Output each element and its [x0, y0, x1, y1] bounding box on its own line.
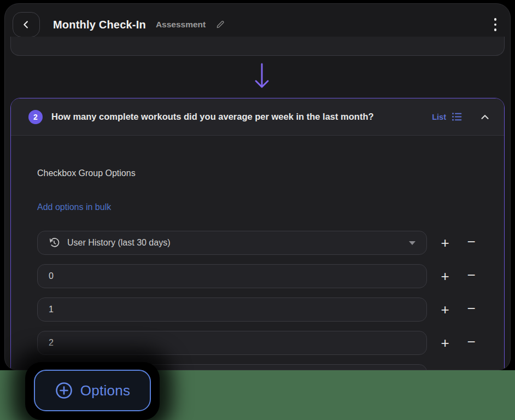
caret-down-icon	[409, 241, 415, 245]
question-number-badge: 2	[28, 110, 43, 124]
add-options-bulk-link[interactable]: Add options in bulk	[37, 202, 111, 212]
answer-type-selector[interactable]: List	[432, 111, 463, 122]
question-card-body: Checkbox Group Options Add options in bu…	[11, 168, 504, 370]
chevron-left-icon	[20, 19, 32, 31]
options-button[interactable]: Options	[34, 370, 151, 411]
option-row: 2 + −	[37, 331, 504, 355]
options-button-label: Options	[80, 382, 131, 399]
add-option-button[interactable]: +	[435, 302, 455, 317]
remove-option-button[interactable]: −	[461, 268, 482, 284]
remove-option-button[interactable]: −	[461, 301, 482, 318]
remove-option-button[interactable]: −	[461, 235, 482, 251]
option-value: 1	[49, 305, 54, 314]
option-input[interactable]: 1	[37, 298, 427, 322]
option-input[interactable]: 0	[37, 264, 427, 288]
dropdown-value: User History (last 30 days)	[67, 238, 171, 248]
edit-pencil-icon[interactable]	[215, 20, 225, 30]
app-window: Monthly Check-In Assessment 2 How many c…	[4, 3, 511, 370]
option-value: 0	[49, 271, 54, 281]
chevron-up-icon[interactable]	[479, 111, 491, 123]
option-rows: User History (last 30 days) + − 0 + −	[37, 231, 504, 370]
user-history-dropdown[interactable]: User History (last 30 days)	[37, 231, 427, 255]
bulleted-list-icon	[451, 111, 463, 122]
option-value: 2	[49, 338, 54, 348]
option-row: 1 + −	[37, 298, 504, 322]
arrow-down-icon	[249, 61, 274, 92]
question-text: How many complete workouts did you avera…	[51, 112, 432, 122]
option-input[interactable]: 2	[37, 331, 427, 355]
option-row-dropdown: User History (last 30 days) + −	[37, 231, 504, 255]
back-button[interactable]	[13, 12, 40, 37]
question-card-header[interactable]: 2 How many complete workouts did you ave…	[11, 98, 504, 136]
top-bar: Monthly Check-In Assessment	[13, 11, 502, 38]
page-title: Monthly Check-In	[53, 19, 146, 31]
add-option-button[interactable]: +	[435, 336, 455, 350]
answer-type-label: List	[432, 113, 446, 121]
add-option-button[interactable]: +	[435, 269, 455, 283]
screen: Monthly Check-In Assessment 2 How many c…	[0, 0, 515, 420]
page-subtitle: Assessment	[156, 20, 206, 30]
options-button-highlight-ring: Options	[25, 362, 160, 420]
question-card: 2 How many complete workouts did you ave…	[10, 98, 505, 370]
history-clock-icon	[49, 237, 60, 248]
previous-question-card-partial[interactable]	[10, 37, 505, 56]
kebab-menu-icon[interactable]	[488, 16, 502, 33]
remove-option-button[interactable]: −	[461, 335, 482, 351]
options-section-title: Checkbox Group Options	[37, 168, 504, 178]
add-option-button[interactable]: +	[435, 236, 455, 250]
plus-circle-icon	[55, 381, 73, 400]
option-row: 0 + −	[37, 264, 504, 288]
